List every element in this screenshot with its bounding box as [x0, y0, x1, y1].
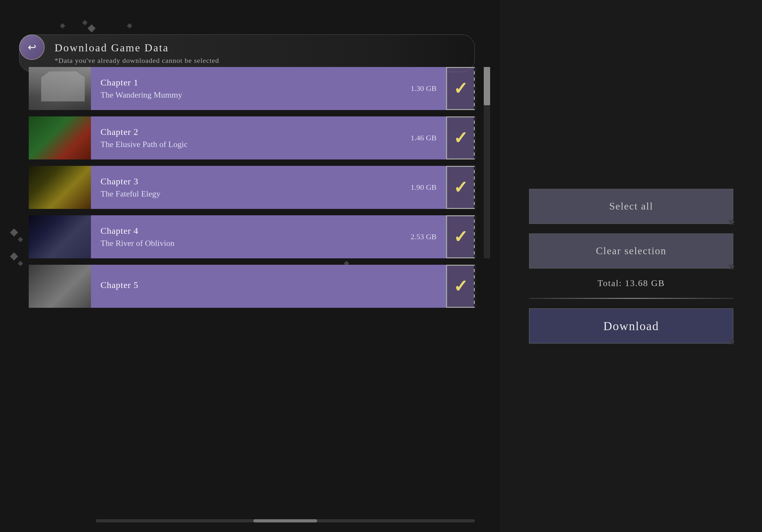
chapter-subtitle-3: The Fateful Elegy	[101, 189, 161, 199]
chapter-checkbox-2[interactable]	[446, 116, 475, 160]
chapter-content-5: Chapter 5	[91, 265, 446, 308]
divider	[529, 298, 733, 299]
page-title: Download Game Data	[54, 42, 462, 54]
chapter-checkbox-1[interactable]	[446, 67, 475, 110]
chapter-subtitle-4: The River of Oblivion	[101, 238, 175, 248]
chapter-checkbox-4[interactable]	[446, 215, 475, 258]
right-panel: Select all Clear selection Total: 13.68 …	[500, 0, 762, 532]
chapter-item-1[interactable]: Chapter 1The Wandering Mummy1.30 GB	[29, 67, 475, 110]
chapter-checkbox-5[interactable]	[446, 265, 475, 308]
chapter-item-2[interactable]: Chapter 2The Elusive Path of Logic1.46 G…	[29, 116, 475, 160]
chapter-size-3: 1.90 GB	[411, 183, 436, 192]
chapter-name-3: Chapter 3	[101, 176, 161, 187]
chapter-subtitle-2: The Elusive Path of Logic	[101, 140, 188, 149]
page-subtitle: *Data you've already downloaded cannot b…	[54, 56, 462, 65]
chapter-item-5[interactable]: Chapter 5	[29, 265, 475, 308]
chapter-name-1: Chapter 1	[101, 78, 182, 88]
select-all-button[interactable]: Select all	[529, 189, 733, 224]
chapter-content-2: Chapter 2The Elusive Path of Logic1.46 G…	[91, 116, 446, 160]
scrollbar-track[interactable]	[484, 67, 490, 258]
chapter-item-4[interactable]: Chapter 4The River of Oblivion2.53 GB	[29, 215, 475, 258]
chapter-content-1: Chapter 1The Wandering Mummy1.30 GB	[91, 67, 446, 110]
chapter-subtitle-1: The Wandering Mummy	[101, 90, 182, 100]
download-button[interactable]: Download	[529, 308, 733, 344]
chapter-size-2: 1.46 GB	[411, 134, 436, 142]
chapter-size-4: 2.53 GB	[411, 233, 436, 241]
total-size: Total: 13.68 GB	[598, 278, 665, 288]
chapter-item-3[interactable]: Chapter 3The Fateful Elegy1.90 GB	[29, 166, 475, 209]
chapter-thumbnail-4	[29, 215, 91, 258]
chapter-content-4: Chapter 4The River of Oblivion2.53 GB	[91, 215, 446, 258]
back-button[interactable]	[19, 34, 45, 60]
bottom-scrollbar[interactable]	[96, 519, 475, 522]
chapter-thumbnail-3	[29, 166, 91, 209]
chapter-name-2: Chapter 2	[101, 127, 188, 137]
chapter-checkbox-3[interactable]	[446, 166, 475, 209]
chapter-thumbnail-5	[29, 265, 91, 308]
chapter-list: Chapter 1The Wandering Mummy1.30 GBChapt…	[29, 67, 475, 308]
chapter-size-1: 1.30 GB	[411, 84, 436, 93]
clear-selection-button[interactable]: Clear selection	[529, 233, 733, 269]
chapter-thumbnail-1	[29, 67, 91, 110]
header-bar: Download Game Data *Data you've already …	[19, 34, 475, 72]
bottom-scrollbar-thumb[interactable]	[253, 519, 317, 522]
scrollbar-thumb[interactable]	[484, 67, 490, 105]
chapter-name-4: Chapter 4	[101, 226, 175, 236]
chapter-name-5: Chapter 5	[101, 280, 138, 290]
chapter-thumbnail-2	[29, 116, 91, 160]
chapter-content-3: Chapter 3The Fateful Elegy1.90 GB	[91, 166, 446, 209]
